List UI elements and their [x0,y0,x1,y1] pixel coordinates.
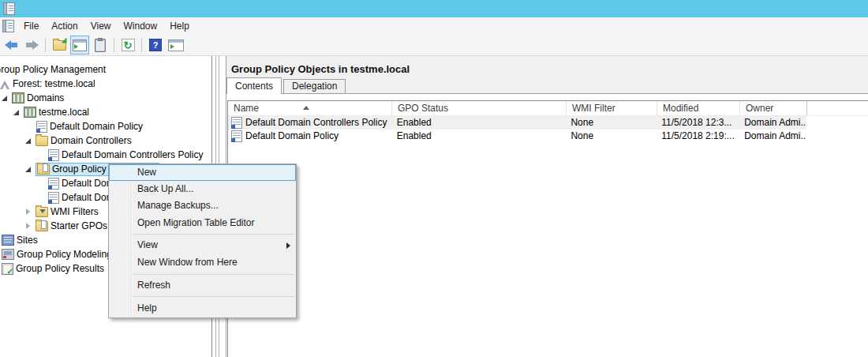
context-menu-item-back-up-all[interactable]: Back Up All... [109,181,296,197]
expander-open-icon[interactable] [25,137,32,145]
tree-item-forest[interactable]: Forest: testme.local [0,77,211,91]
context-menu-item-new-window-from-here[interactable]: New Window from Here [109,254,296,272]
toolbar-separator [45,38,46,52]
tree-item-label: Domains [27,92,64,103]
page-title: Group Policy Objects in testme.local [231,63,410,75]
gpo-status-cell: Enabled [392,130,567,143]
clipboard-icon [95,39,106,52]
tree-item-label: Group Policy Results [16,263,104,274]
tab-contents[interactable]: Contents [226,77,282,94]
column-header-gpo-status[interactable]: GPO Status [392,101,567,115]
show-console-tree-button[interactable] [70,36,89,54]
back-button[interactable] [2,36,21,54]
help-button[interactable] [146,36,165,54]
context-menu-item-open-migration-table-editor[interactable]: Open Migration Table Editor [109,214,296,231]
context-menu-item-help[interactable]: Help [109,299,296,318]
results-pane: Group Policy Objects in testme.local Con… [226,56,868,357]
title-bar[interactable] [0,0,868,17]
refresh-icon [122,39,135,51]
new-window-button[interactable] [166,36,185,54]
tree-item-label: testme.local [39,107,89,118]
column-header-owner[interactable]: Owner [740,101,807,115]
tree-item-label: Group Policy Modeling [17,249,112,260]
sites-icon [2,235,14,246]
paste-button[interactable] [91,36,110,54]
gp-modeling-icon [2,249,14,260]
tree-item-domain-controllers[interactable]: Domain Controllers [0,133,211,148]
context-menu: New Back Up All... Manage Backups... Ope… [108,163,297,318]
name-cell: Default Domain Policy [228,130,392,143]
menu-bar: File Action View Window Help [0,17,868,35]
gpo-name: Default Domain Policy [245,130,339,143]
export-list-button[interactable] [50,36,69,54]
context-menu-separator [133,296,294,297]
column-header-modified[interactable]: Modified [657,101,740,115]
gpo-status-cell: Enabled [392,116,567,130]
toolbar-separator [114,38,114,52]
tree-item-label: Sites [17,235,38,246]
context-menu-item-refresh[interactable]: Refresh [109,277,296,294]
tree-item-root[interactable]: Group Policy Management [0,62,211,77]
gpo-icon [231,117,242,129]
context-menu-separator [133,274,294,275]
tree-item-label: Default Domain Policy [50,121,143,132]
context-menu-item-new[interactable]: New [109,164,296,181]
context-menu-separator [133,234,294,235]
new-window-icon [168,39,184,51]
column-header-name[interactable]: Name [228,101,392,115]
tree-item-label: WMI Filters [51,206,99,217]
gpmc-window-icon[interactable] [2,20,14,32]
modified-cell: 11/5/2018 12:3... [657,116,739,130]
context-menu-item-label: View [137,239,158,250]
tree-item-label: Group Policy Management [0,64,106,75]
tree-item-default-dc-policy-link[interactable]: Default Domain Controllers Policy [0,148,211,162]
gpmc-app-icon [3,2,15,15]
expander-open-icon[interactable] [2,95,9,102]
results-pane-header: Group Policy Objects in testme.local Con… [226,56,868,94]
context-menu-item-view[interactable]: View [109,237,296,254]
help-icon [149,39,162,51]
column-header-wmi-filter[interactable]: WMI Filter [567,101,657,115]
tree-item-label: Starter GPOs [51,220,107,231]
menu-view[interactable]: View [84,17,118,35]
gpo-icon [36,121,47,133]
submenu-arrow-icon [286,242,290,249]
tree-item-label: Forest: testme.local [13,78,95,89]
expander-closed-icon[interactable] [25,209,32,216]
export-folder-icon [53,40,66,51]
domains-icon [12,92,24,103]
column-header-label: Name [234,103,259,114]
table-row[interactable]: Default Domain Policy Enabled None 11/5/… [228,130,806,143]
wmi-filter-cell: None [566,130,657,143]
gpo-list: Name GPO Status WMI Filter Modified Owne… [227,100,868,357]
gpo-icon [48,149,59,161]
tree-item-default-domain-policy-link[interactable]: Default Domain Policy [0,119,211,133]
console-tree-icon [73,39,87,51]
toolbar-separator [141,38,142,52]
menu-help[interactable]: Help [163,17,196,35]
toolbar [0,35,868,56]
modified-cell: 11/5/2018 2:19:... [657,130,739,143]
forest-icon [0,79,10,89]
gpo-icon [48,178,59,190]
list-header: Name GPO Status WMI Filter Modified Owne… [228,101,868,116]
expander-closed-icon[interactable] [25,223,32,230]
back-arrow-icon [5,40,18,50]
tab-strip: Contents Delegation [226,77,347,94]
gpo-container-folder-icon [37,164,50,175]
wmi-filters-folder-icon [36,207,48,217]
tab-delegation[interactable]: Delegation [283,79,346,93]
refresh-button[interactable] [118,36,137,54]
name-cell: Default Domain Controllers Policy [228,116,392,130]
expander-open-icon[interactable] [13,109,21,116]
menu-file[interactable]: File [17,17,45,35]
menu-action[interactable]: Action [45,17,84,35]
context-menu-item-manage-backups[interactable]: Manage Backups... [109,197,296,214]
expander-open-icon[interactable] [25,166,32,173]
menu-window[interactable]: Window [118,17,164,35]
tree-item-label: Default Domain Controllers Policy [62,149,203,160]
tree-item-domain-testme[interactable]: testme.local [0,105,211,119]
forward-button[interactable] [22,36,41,54]
table-row[interactable]: Default Domain Controllers Policy Enable… [228,116,806,130]
tree-item-domains[interactable]: Domains [0,91,211,105]
